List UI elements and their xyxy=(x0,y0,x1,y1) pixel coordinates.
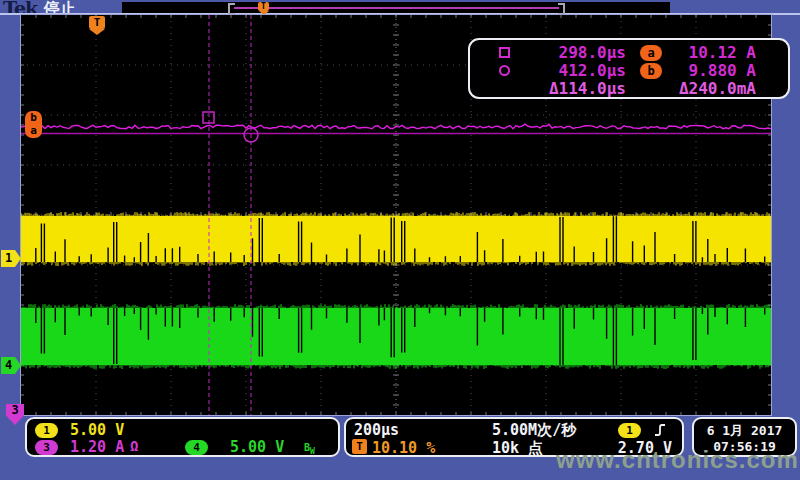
preview-trigger-marker-icon[interactable]: T xyxy=(258,2,269,15)
cursor-a-square-icon xyxy=(499,47,510,58)
cursor-delta-value: Δ240.0mA xyxy=(664,79,756,98)
ch3-impedance-icon: Ω xyxy=(130,438,138,454)
cursor-b-time: 412.0μs xyxy=(526,61,626,80)
cursor-a-badge: a xyxy=(640,45,662,61)
timebase-readout: 200μs xyxy=(354,421,399,439)
trigger-letter: T xyxy=(89,16,105,29)
cursor-a-value: 10.12 A xyxy=(664,43,756,62)
trigger-arrow-icon xyxy=(89,29,105,35)
record-length-readout: 10k 点 xyxy=(492,439,543,458)
cursor-b-label: b xyxy=(25,111,42,124)
trigger-source-badge[interactable]: 1 xyxy=(618,423,641,438)
cursor-b-value: 9.880 A xyxy=(664,61,756,80)
ch1-badge[interactable]: 1 xyxy=(35,423,58,438)
channel-scales-box[interactable]: 1 5.00 V 3 1.20 A Ω 4 5.00 V BW xyxy=(25,417,340,457)
ch3-badge[interactable]: 3 xyxy=(35,440,58,455)
cursor-a-time: 298.0μs xyxy=(526,43,626,62)
cursor-ab-level-badge[interactable]: b a xyxy=(25,111,42,138)
ch1-position-marker[interactable]: 1 xyxy=(1,250,21,267)
ch1-trace xyxy=(21,216,771,262)
ch4-scale: 5.00 V xyxy=(230,438,284,456)
ch1-scale: 5.00 V xyxy=(70,421,124,439)
oscilloscope-screen: { "header": { "logo": "Tek", "status": "… xyxy=(0,0,800,480)
sample-rate-readout: 5.00M次/秒 xyxy=(492,421,576,440)
ch4-trace xyxy=(21,308,771,365)
preview-window-bracket-right[interactable] xyxy=(558,3,565,15)
cursor-delta-time: Δ114.0μs xyxy=(500,79,626,98)
trigger-position-badge[interactable]: T xyxy=(352,439,367,454)
ch3-position-marker-offscreen[interactable]: 3 xyxy=(6,404,24,425)
cursor-a-label: a xyxy=(25,124,42,137)
watermark: www.cntronics.com xyxy=(556,446,799,474)
preview-trace-line xyxy=(234,7,559,9)
preview-window-bracket-left[interactable] xyxy=(228,3,235,15)
ch4-badge[interactable]: 4 xyxy=(185,440,208,455)
ch4-bandwidth-icon: BW xyxy=(304,442,315,456)
ch4-position-marker[interactable]: 4 xyxy=(1,357,21,374)
cursor-readout-box[interactable]: 298.0μs 412.0μs a b 10.12 A 9.880 A Δ114… xyxy=(468,38,790,99)
cursor-b-badge: b xyxy=(640,63,662,79)
trigger-slope-icon xyxy=(652,422,668,438)
date-readout: 6 1月 2017 xyxy=(694,422,795,440)
preview-trigger-letter: T xyxy=(258,2,269,11)
trigger-position-readout: 10.10 % xyxy=(372,439,435,457)
trigger-position-marker[interactable]: T xyxy=(89,16,105,35)
record-preview-bar[interactable]: T xyxy=(122,2,670,13)
cursor-b-circle-icon xyxy=(499,65,510,76)
ch3-scale: 1.20 A xyxy=(70,438,124,456)
